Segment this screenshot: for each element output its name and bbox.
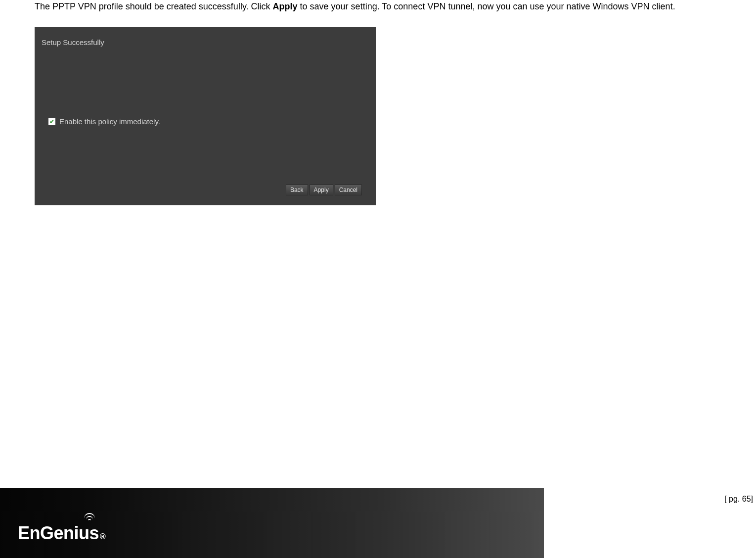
- wifi-icon: [84, 514, 95, 523]
- apply-button[interactable]: Apply: [310, 185, 333, 195]
- setup-screenshot-panel: Setup Successfully ✔ Enable this policy …: [35, 27, 376, 205]
- enable-policy-checkbox-row[interactable]: ✔ Enable this policy immediately.: [48, 117, 160, 126]
- setup-success-title: Setup Successfully: [42, 38, 104, 46]
- checkmark-icon: ✔: [49, 119, 54, 125]
- intro-text-after: to save your setting. To connect VPN tun…: [298, 1, 675, 11]
- enable-policy-checkbox[interactable]: ✔: [48, 118, 55, 125]
- footer-bar: EnGenius®: [0, 488, 544, 558]
- logo-text: EnGenius: [18, 523, 99, 544]
- intro-bold-word: Apply: [273, 1, 298, 11]
- enable-policy-label: Enable this policy immediately.: [59, 117, 160, 126]
- intro-paragraph: The PPTP VPN profile should be created s…: [35, 0, 721, 13]
- back-button[interactable]: Back: [286, 185, 308, 195]
- cancel-button[interactable]: Cancel: [335, 185, 362, 195]
- page-number: [ pg. 65]: [724, 495, 753, 504]
- engenius-logo: EnGenius®: [18, 523, 105, 544]
- registered-mark: ®: [100, 532, 105, 541]
- intro-text-before: The PPTP VPN profile should be created s…: [35, 1, 273, 11]
- panel-button-row: Back Apply Cancel: [286, 185, 362, 195]
